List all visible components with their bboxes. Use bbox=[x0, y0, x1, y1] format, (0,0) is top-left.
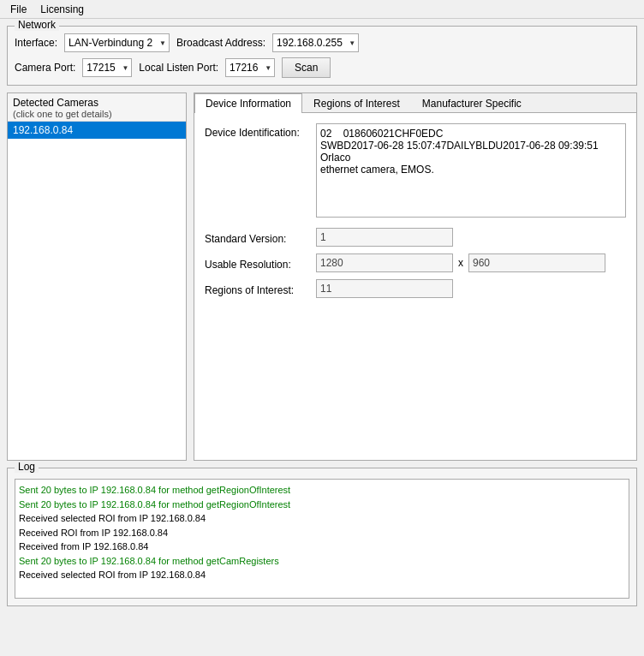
menu-bar: File Licensing bbox=[0, 0, 644, 19]
local-listen-label: Local Listen Port: bbox=[139, 62, 218, 74]
usable-resolution-row: Usable Resolution: 1280 x 960 bbox=[205, 253, 626, 272]
tab-content-device-info: Device Identification: Standard Version:… bbox=[194, 113, 636, 460]
network-title: Network bbox=[15, 19, 59, 31]
local-listen-wrapper: 17216 bbox=[225, 58, 275, 77]
log-line: Received selected ROI from IP 192.168.0.… bbox=[19, 568, 625, 582]
standard-version-value: 1 bbox=[316, 228, 453, 247]
log-title: Log bbox=[15, 461, 39, 473]
device-identification-label: Device Identification: bbox=[205, 123, 316, 139]
interface-row: Interface: LAN-Verbindung 2 LAN-Verbindu… bbox=[15, 33, 629, 52]
camera-port-select[interactable]: 17215 bbox=[82, 58, 132, 77]
log-line: Received ROI from IP 192.168.0.84 bbox=[19, 526, 625, 540]
usable-resolution-y: 960 bbox=[468, 253, 605, 272]
resolution-separator: x bbox=[453, 257, 468, 269]
regions-of-interest-row: Regions of Interest: 11 bbox=[205, 279, 626, 298]
broadcast-label: Broadcast Address: bbox=[176, 37, 265, 49]
log-line: Received selected ROI from IP 192.168.0.… bbox=[19, 511, 625, 526]
log-content[interactable]: Sent 20 bytes to IP 192.168.0.84 for met… bbox=[15, 479, 629, 599]
tab-device-information[interactable]: Device Information bbox=[194, 93, 302, 113]
device-identification-textarea[interactable] bbox=[316, 123, 626, 218]
usable-resolution-x: 1280 bbox=[316, 253, 453, 272]
broadcast-select[interactable]: 192.168.0.255 bbox=[272, 33, 359, 52]
camera-panel-header: Detected Cameras (click one to get detai… bbox=[8, 93, 186, 122]
device-identification-row: Device Identification: bbox=[205, 123, 626, 218]
file-menu[interactable]: File bbox=[3, 2, 33, 17]
ports-row: Camera Port: 17215 Local Listen Port: 17… bbox=[15, 57, 629, 78]
camera-list: 192.168.0.84 bbox=[8, 122, 186, 460]
scan-button[interactable]: Scan bbox=[282, 57, 331, 78]
camera-panel: Detected Cameras (click one to get detai… bbox=[7, 92, 187, 461]
camera-item[interactable]: 192.168.0.84 bbox=[8, 122, 186, 139]
regions-of-interest-value: 11 bbox=[316, 279, 453, 298]
interface-select-wrapper: LAN-Verbindung 2 LAN-Verbindung 1 WLAN bbox=[64, 33, 170, 52]
interface-select[interactable]: LAN-Verbindung 2 LAN-Verbindung 1 WLAN bbox=[64, 33, 170, 52]
licensing-menu[interactable]: Licensing bbox=[33, 2, 91, 17]
device-panel: Device Information Regions of Interest M… bbox=[194, 92, 637, 461]
log-line: Sent 20 bytes to IP 192.168.0.84 for met… bbox=[19, 483, 625, 498]
tab-regions-of-interest[interactable]: Regions of Interest bbox=[302, 93, 411, 113]
standard-version-label: Standard Version: bbox=[205, 230, 316, 245]
usable-resolution-label: Usable Resolution: bbox=[205, 255, 316, 271]
camera-panel-subtitle: (click one to get details) bbox=[13, 109, 181, 119]
camera-panel-title: Detected Cameras bbox=[13, 97, 181, 109]
local-listen-select[interactable]: 17216 bbox=[225, 58, 275, 77]
log-line: Received from IP 192.168.0.84 bbox=[19, 540, 625, 554]
log-line: Sent 20 bytes to IP 192.168.0.84 for met… bbox=[19, 554, 625, 569]
tabs-bar: Device Information Regions of Interest M… bbox=[194, 93, 636, 113]
tab-manufacturer-specific[interactable]: Manufacturer Specific bbox=[411, 93, 533, 113]
log-line: Sent 20 bytes to IP 192.168.0.84 for met… bbox=[19, 498, 625, 512]
network-group: Network Interface: LAN-Verbindung 2 LAN-… bbox=[7, 26, 637, 86]
log-panel: Log Sent 20 bytes to IP 192.168.0.84 for… bbox=[7, 468, 637, 606]
interface-label: Interface: bbox=[15, 37, 57, 49]
standard-version-row: Standard Version: 1 bbox=[205, 228, 626, 247]
camera-port-label: Camera Port: bbox=[15, 62, 75, 74]
middle-section: Detected Cameras (click one to get detai… bbox=[7, 92, 637, 461]
broadcast-select-wrapper: 192.168.0.255 bbox=[272, 33, 359, 52]
regions-of-interest-label: Regions of Interest: bbox=[205, 281, 316, 296]
main-content: Network Interface: LAN-Verbindung 2 LAN-… bbox=[0, 19, 644, 613]
camera-port-wrapper: 17215 bbox=[82, 58, 132, 77]
